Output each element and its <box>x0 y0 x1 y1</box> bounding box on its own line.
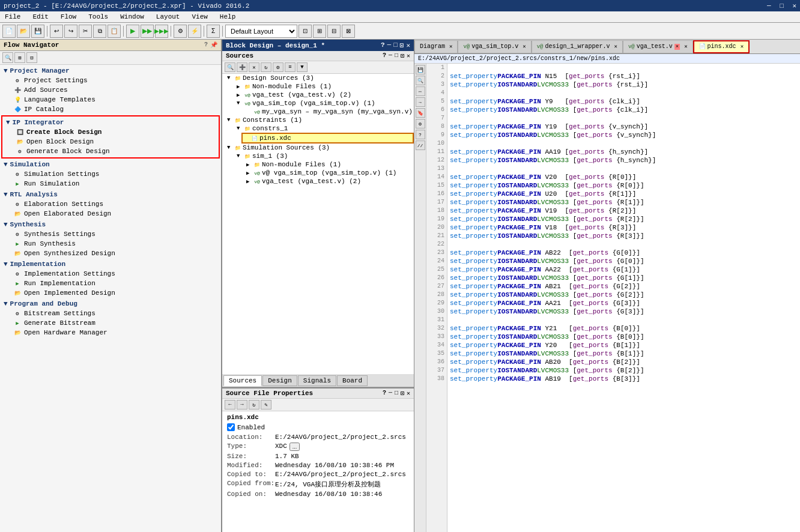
layout-btn2[interactable]: ⊞ <box>313 25 326 38</box>
nav-section-project-manager-header[interactable]: ▼ Project Manager <box>1 66 220 76</box>
sigma-button[interactable]: Σ <box>207 25 220 38</box>
tab-sources[interactable]: Sources <box>223 375 262 386</box>
side-comment-btn[interactable]: // <box>416 141 425 150</box>
src-minimize[interactable]: ─ <box>389 52 392 59</box>
side-help-btn[interactable]: ? <box>416 130 425 139</box>
tab-board[interactable]: Board <box>337 375 368 386</box>
run-synth-button[interactable]: ▶ <box>126 25 139 38</box>
sidebar-item-ip-catalog[interactable]: 🔷 IP Catalog <box>1 104 220 114</box>
bd-maximize[interactable]: ⊡ <box>400 41 404 49</box>
sidebar-item-project-settings[interactable]: ⚙ Project Settings <box>1 76 220 85</box>
src-question[interactable]: ? <box>383 52 386 59</box>
tree-item-constraints[interactable]: ▼ 📁 Constraints (1) <box>222 116 414 124</box>
vga-sim-top-tab-close[interactable]: ✕ <box>523 43 526 50</box>
menu-tools[interactable]: Tools <box>86 13 111 21</box>
tab-design[interactable]: Design <box>262 375 297 386</box>
prop-close[interactable]: ✕ <box>407 390 410 397</box>
tree-item-simulation-sources[interactable]: ▼ 📁 Simulation Sources (3) <box>222 144 414 152</box>
bd-close[interactable]: ✕ <box>406 41 410 49</box>
nav-section-synthesis-header[interactable]: ▼ Synthesis <box>1 220 220 229</box>
src-settings-btn[interactable]: ⚙ <box>273 62 283 72</box>
menu-edit[interactable]: Edit <box>30 13 50 21</box>
minimize-btn[interactable]: ─ <box>767 2 771 10</box>
tree-item-vga-sim-top[interactable]: ▼ v@ vga_sim_top (vga_sim_top.v) (1) <box>222 99 414 107</box>
sidebar-item-simulation-settings[interactable]: ⚙ Simulation Settings <box>1 169 220 179</box>
undo-button[interactable]: ↩ <box>50 25 63 38</box>
src-view-btn[interactable]: ≡ <box>285 62 295 72</box>
prop-enabled-checkbox[interactable]: Enabled <box>227 423 409 431</box>
src-remove-btn[interactable]: ✕ <box>249 62 259 72</box>
src-maximize[interactable]: ⊡ <box>401 52 404 59</box>
editor-tab-pins-xdc[interactable]: 📄 pins.xdc ✕ <box>693 40 750 53</box>
tree-item-my-vga-syn[interactable]: v@ my_vga_syn – my_vga_syn (my_vga_syn.v… <box>222 107 414 116</box>
sidebar-item-synthesis-settings[interactable]: ⚙ Synthesis Settings <box>1 229 220 239</box>
close-btn[interactable]: ✕ <box>792 2 796 10</box>
expand-sim-vga-test[interactable]: ▶ <box>246 178 252 185</box>
sidebar-item-create-block-design[interactable]: 🔲 Create Block Design <box>4 127 217 137</box>
prop-edit-btn[interactable]: ✎ <box>261 400 271 410</box>
diagram-tab-close[interactable]: ✕ <box>449 43 452 50</box>
sidebar-item-run-implementation[interactable]: ▶ Run Implementation <box>1 279 220 288</box>
sidebar-item-elaboration-settings[interactable]: ⚙ Elaboration Settings <box>1 199 220 209</box>
expand-sim-sources[interactable]: ▼ <box>227 145 233 151</box>
menu-flow[interactable]: Flow <box>58 13 79 21</box>
bd-minimize[interactable]: ─ <box>387 41 392 49</box>
tree-item-sim-vga-sim-top[interactable]: ▶ v@ v@ vga_sim_top (vga_sim_top.v) (1) <box>222 169 414 177</box>
maximize-btn[interactable]: □ <box>780 2 784 10</box>
layout-dropdown[interactable]: Default Layout <box>225 25 297 38</box>
pins-xdc-tab-close[interactable]: ✕ <box>741 43 744 50</box>
sidebar-item-generate-block-design[interactable]: ⚙ Generate Block Design <box>4 147 217 156</box>
nav-section-simulation-header[interactable]: ▼ Simulation <box>1 160 220 169</box>
side-replace-btn[interactable]: ↔ <box>416 86 425 96</box>
cut-button[interactable]: ✂ <box>79 25 92 38</box>
sidebar-item-open-block-design[interactable]: 📂 Open Block Design <box>4 137 217 147</box>
expand-non-module[interactable]: ▶ <box>237 83 243 90</box>
expand-constrs1[interactable]: ▼ <box>237 125 243 131</box>
prop-forward-btn[interactable]: → <box>237 400 247 410</box>
src-search-btn[interactable]: 🔍 <box>225 62 235 72</box>
src-refresh-btn[interactable]: ↻ <box>261 62 271 72</box>
layout-btn3[interactable]: ⊟ <box>327 25 341 38</box>
tree-item-design-sources[interactable]: ▼ 📁 Design Sources (3) <box>222 74 414 82</box>
nav-section-prog-header[interactable]: ▼ Program and Debug <box>1 299 220 309</box>
tree-item-sim1[interactable]: ▼ 📁 sim_1 (3) <box>222 152 414 160</box>
program-button[interactable]: ⚡ <box>188 25 201 38</box>
editor-tab-design-wrapper[interactable]: v@ design_1_wrapper.v ✕ <box>532 40 623 53</box>
nav-collapse-btn[interactable]: ⊟ <box>26 52 37 63</box>
enabled-checkbox-input[interactable] <box>227 423 235 431</box>
menu-view[interactable]: View <box>189 13 210 21</box>
nav-search-btn[interactable]: 🔍 <box>2 52 13 63</box>
nav-section-rtl-header[interactable]: ▼ RTL Analysis <box>1 190 220 199</box>
expand-sim1[interactable]: ▼ <box>237 153 243 159</box>
nav-section-ip-integrator-header[interactable]: ▼ IP Integrator <box>4 118 217 127</box>
src-close[interactable]: ✕ <box>407 52 410 59</box>
src-add-btn[interactable]: ➕ <box>237 62 247 72</box>
editor-tab-vga-test[interactable]: v@ vga_test.v × ✕ <box>623 40 693 53</box>
paste-button[interactable]: 📋 <box>108 25 121 38</box>
src-filter-btn[interactable]: ▼ <box>297 62 308 72</box>
menu-layout[interactable]: Layout <box>154 13 183 21</box>
sidebar-item-open-implemented-design[interactable]: 📂 Open Implemented Design <box>1 288 220 298</box>
sidebar-item-open-synthesized-design[interactable]: 📂 Open Synthesized Design <box>1 249 220 258</box>
sidebar-item-run-synthesis[interactable]: ▶ Run Synthesis <box>1 239 220 249</box>
layout-btn4[interactable]: ⊠ <box>342 25 355 38</box>
expand-vga-sim-top[interactable]: ▼ <box>237 100 243 106</box>
design-wrapper-tab-close[interactable]: ✕ <box>614 43 617 50</box>
prop-maximize[interactable]: ⊡ <box>401 390 404 397</box>
panel-pin[interactable]: 📌 <box>210 41 217 49</box>
sidebar-item-implementation-settings[interactable]: ⚙ Implementation Settings <box>1 269 220 279</box>
new-button[interactable]: 📄 <box>2 25 16 38</box>
layout-save-button[interactable]: ⊡ <box>298 25 312 38</box>
prop-minimize[interactable]: ─ <box>389 390 392 397</box>
prop-float[interactable]: □ <box>395 390 398 397</box>
side-settings-btn[interactable]: ⚙ <box>416 119 425 128</box>
tree-item-sim-vga-test[interactable]: ▶ v@ vga_test (vga_test.v) (2) <box>222 177 414 186</box>
open-button[interactable]: 📂 <box>17 25 30 38</box>
gen-bitstream-button[interactable]: ▶▶▶ <box>155 25 168 38</box>
side-bookmark-btn[interactable]: 🔖 <box>416 108 425 118</box>
prop-back-btn[interactable]: ← <box>225 400 235 410</box>
sidebar-item-run-simulation[interactable]: ▶ Run Simulation <box>1 179 220 189</box>
sidebar-item-add-sources[interactable]: ➕ Add Sources <box>1 85 220 95</box>
nav-section-impl-header[interactable]: ▼ Implementation <box>1 259 220 269</box>
bd-question[interactable]: ? <box>381 41 385 49</box>
